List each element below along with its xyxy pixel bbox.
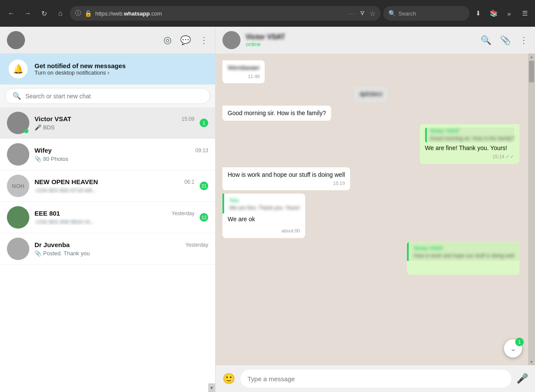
- message-input[interactable]: [241, 370, 511, 388]
- preview-text: +234 803 800 6718 left...: [34, 187, 97, 194]
- chat-info-wifey: Wifey 09:13 📎 80 Photos: [34, 147, 208, 162]
- preview-text: Posted. Thank you: [43, 250, 90, 257]
- status-icon[interactable]: ◎: [163, 34, 172, 46]
- search-box: 🔍: [0, 85, 215, 107]
- chat-menu-icon[interactable]: ⋮: [519, 35, 528, 45]
- chat-time: Yesterday: [172, 210, 194, 216]
- chevron-down-icon: ⌄: [510, 344, 516, 353]
- chat-time: 06:1: [185, 179, 194, 185]
- chat-badge-heaven: 21: [200, 182, 208, 190]
- chat-item-victor[interactable]: Victor VSAT 15:09 🎤 BDS 1: [0, 107, 215, 139]
- message-3: Good morning sir. How is the family? ⌄: [222, 106, 331, 121]
- chat-list: ▲ Victor VSAT 15:09 🎤 BDS: [0, 107, 215, 392]
- notification-subtitle[interactable]: Turn on desktop notifications ›: [34, 69, 126, 76]
- quoted-name: Victor VSAT: [414, 245, 514, 252]
- browser-search-bar[interactable]: 🔍 Search: [383, 6, 469, 21]
- notification-text: Get notified of new messages Turn on des…: [34, 62, 126, 76]
- read-ticks: ✓✓: [506, 154, 514, 160]
- chat-header-info: Victor VSAT online: [246, 33, 476, 47]
- chat-item-wifey[interactable]: Wifey 09:13 📎 80 Photos: [0, 139, 215, 170]
- message-time: 15:19: [228, 180, 345, 187]
- quoted-text: Good morning sir. How is the family?: [430, 135, 514, 142]
- pocket-icon[interactable]: ⛛: [359, 9, 366, 17]
- message-time: 11:48: [228, 73, 260, 80]
- message-time: about:00: [222, 228, 305, 238]
- chat-info-heaven: NEW OPEN HEAVEN 06:1 +234 803 800 6718 l…: [34, 178, 194, 194]
- messages-scrollbar[interactable]: ▲ ▼: [528, 53, 535, 365]
- more-icon[interactable]: ···: [348, 10, 356, 17]
- info-icon: ⓘ: [75, 9, 81, 17]
- scroll-to-bottom-button[interactable]: 1 ⌄: [504, 339, 522, 358]
- chat-top: Dr Juvenba Yesterday: [34, 241, 208, 248]
- chat-time: Yesterday: [185, 242, 208, 248]
- reload-button[interactable]: ↻: [37, 6, 51, 20]
- search-input-wrap[interactable]: 🔍: [5, 88, 210, 104]
- chat-preview: 🎤 BDS: [34, 124, 194, 131]
- chevron-right-icon[interactable]: »: [503, 7, 515, 19]
- scroll-down-arrow[interactable]: ▼: [208, 383, 215, 392]
- notification-bell-icon: 🔔: [9, 60, 28, 78]
- right-panel: Victor VSAT online 🔍 📎 ⋮ Wendawaer 11:48…: [216, 27, 535, 392]
- chat-avatar-eee: [7, 206, 29, 229]
- chat-header-avatar[interactable]: [222, 31, 241, 49]
- address-bar[interactable]: ⓘ 🔒 https://web.whatsapp.com ··· ⛛ ☆: [70, 6, 381, 21]
- chat-preview: 📎 80 Photos: [34, 156, 208, 162]
- preview-icon: 📎: [34, 250, 41, 257]
- message-7: Victor VSAT How is work and hope our stu…: [407, 241, 519, 275]
- chat-preview: +234 803 800 6718 left...: [34, 187, 194, 194]
- chat-info-victor: Victor VSAT 15:09 🎤 BDS: [34, 115, 194, 131]
- input-area: 🙂 🎤: [216, 365, 535, 392]
- browser-toolbar: ⬇ 📚 » ☰: [472, 7, 531, 19]
- chat-preview: +234 803 408 9634 Hi...: [34, 219, 194, 225]
- chat-top: Wifey 09:13: [34, 147, 208, 154]
- download-icon[interactable]: ⬇: [472, 7, 484, 19]
- message-quote: Victor VSAT Good morning sir. How is the…: [425, 128, 514, 142]
- chat-name: Victor VSAT: [34, 115, 71, 122]
- search-icon: 🔍: [388, 10, 396, 17]
- chat-item-heaven[interactable]: NOH NEW OPEN HEAVEN 06:1 +234 803 800 67…: [0, 170, 215, 202]
- quoted-text: We are fine. Thank you. Yours!: [229, 204, 300, 212]
- message-6: You We are fine. Thank you. Yours! We ar…: [222, 194, 305, 238]
- chat-top: Victor VSAT 15:09: [34, 115, 194, 122]
- forward-button[interactable]: →: [21, 6, 34, 20]
- chat-item-eee[interactable]: EEE 801 Yesterday +234 803 408 9634 Hi..…: [0, 202, 215, 233]
- unread-badge: 1: [515, 338, 524, 346]
- menu-icon[interactable]: ⋮: [200, 35, 208, 45]
- chat-header-name: Victor VSAT: [246, 33, 476, 41]
- chat-preview: 📎 Posted. Thank you: [34, 250, 208, 257]
- hamburger-menu-icon[interactable]: ☰: [519, 7, 531, 19]
- library-icon[interactable]: 📚: [488, 7, 500, 19]
- chat-item-juvenba[interactable]: Dr Juvenba Yesterday 📎 Posted. Thank you: [0, 233, 215, 265]
- chat-time: 15:09: [181, 116, 194, 122]
- quoted-text: How is work and hope our stuff is doing …: [414, 252, 514, 260]
- chat-avatar-wifey: [7, 143, 29, 166]
- chat-name: Dr Juvenba: [34, 241, 70, 248]
- emoji-button[interactable]: 🙂: [222, 373, 235, 385]
- new-chat-icon[interactable]: 💬: [180, 35, 191, 45]
- home-button[interactable]: ⌂: [53, 6, 67, 20]
- chat-header: Victor VSAT online 🔍 📎 ⋮: [216, 27, 535, 53]
- chat-search-icon[interactable]: 🔍: [481, 35, 491, 45]
- message-text: dpfcbtrci: [360, 90, 382, 99]
- message-5: How is work and hope our stuff is doing …: [222, 167, 350, 190]
- chat-time: 09:13: [195, 147, 208, 154]
- chat-name: Wifey: [34, 147, 52, 154]
- preview-icon: 🎤: [34, 124, 41, 131]
- back-button[interactable]: ←: [4, 6, 18, 20]
- chat-badge-victor: 1: [200, 119, 208, 127]
- reply-icon[interactable]: ⌄: [322, 109, 328, 118]
- microphone-button[interactable]: 🎤: [516, 373, 528, 384]
- search-input[interactable]: [25, 93, 203, 100]
- preview-icon: 📎: [34, 156, 41, 162]
- quoted-block: You We are fine. Thank you. Yours!: [222, 194, 305, 213]
- message-2: dpfcbtrci: [354, 87, 388, 102]
- chat-header-icons: 🔍 📎 ⋮: [481, 35, 528, 45]
- attachment-icon[interactable]: 📎: [500, 35, 511, 45]
- notification-banner: 🔔 Get notified of new messages Turn on d…: [0, 53, 215, 85]
- notification-title: Get notified of new messages: [34, 62, 126, 69]
- message-text: [407, 261, 519, 275]
- header-icons: ◎ 💬 ⋮: [163, 34, 208, 46]
- message-4: Victor VSAT Good morning sir. How is the…: [420, 124, 519, 164]
- user-avatar[interactable]: [7, 31, 25, 49]
- star-icon[interactable]: ☆: [369, 9, 375, 18]
